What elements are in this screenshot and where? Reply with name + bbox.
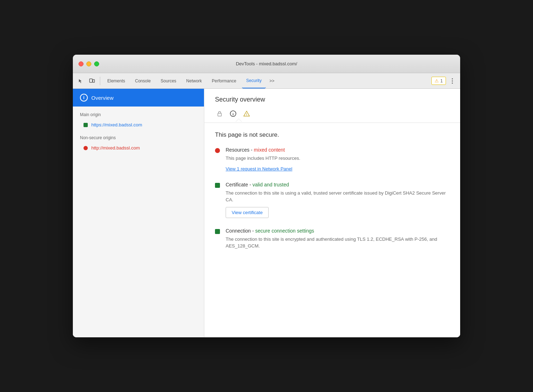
connection-content: Connection - secure connection settings … bbox=[226, 228, 449, 253]
view-network-panel-link[interactable]: View 1 request in Network Panel bbox=[226, 166, 292, 172]
connection-description: The connection to this site is encrypted… bbox=[226, 236, 449, 250]
certificate-title: Certificate - valid and trusted bbox=[226, 182, 449, 187]
lock-icon[interactable] bbox=[215, 109, 224, 118]
tab-sources[interactable]: Sources bbox=[156, 73, 181, 88]
more-tabs-button[interactable]: >> bbox=[267, 77, 276, 85]
certificate-content: Certificate - valid and trusted The conn… bbox=[226, 182, 449, 218]
toolbar: Elements Console Sources Network Perform… bbox=[73, 73, 460, 89]
connection-status-dot bbox=[215, 229, 220, 234]
svg-rect-0 bbox=[90, 79, 92, 82]
toolbar-divider-1 bbox=[100, 77, 100, 85]
sidebar-non-secure-origin[interactable]: http://mixed.badssl.com bbox=[73, 143, 204, 153]
resources-status-dot bbox=[215, 148, 220, 153]
overview-info-icon: i bbox=[80, 94, 88, 102]
resources-content: Resources - mixed content This page incl… bbox=[226, 147, 449, 172]
toolbar-right: ⚠ 1 bbox=[431, 76, 457, 86]
security-item-certificate: Certificate - valid and trusted The conn… bbox=[215, 182, 449, 218]
tab-performance[interactable]: Performance bbox=[208, 73, 241, 88]
non-secure-origin-link[interactable]: http://mixed.badssl.com bbox=[91, 145, 140, 151]
certificate-status: valid and trusted bbox=[252, 182, 289, 187]
info-circle-icon[interactable]: i bbox=[228, 109, 238, 118]
close-button[interactable] bbox=[79, 61, 84, 66]
security-item-connection: Connection - secure connection settings … bbox=[215, 228, 449, 253]
overview-label: Overview bbox=[91, 95, 114, 101]
resources-description: This page includes HTTP resources. bbox=[226, 155, 449, 162]
insecure-origin-dot bbox=[84, 146, 88, 150]
svg-text:i: i bbox=[233, 112, 234, 116]
sidebar-main-origin[interactable]: https://mixed.badssl.com bbox=[73, 120, 204, 130]
content-title: Security overview bbox=[215, 96, 449, 103]
non-secure-origins-label: Non-secure origins bbox=[73, 130, 204, 143]
device-toolbar-icon[interactable] bbox=[87, 76, 97, 86]
svg-rect-5 bbox=[218, 113, 221, 116]
connection-status: secure connection settings bbox=[255, 228, 314, 234]
resources-title: Resources - mixed content bbox=[226, 147, 449, 153]
tab-security[interactable]: Security bbox=[242, 73, 266, 88]
svg-point-3 bbox=[452, 80, 453, 81]
svg-text:!: ! bbox=[246, 113, 247, 116]
sidebar: i Overview Main origin https://mixed.bad… bbox=[73, 89, 204, 337]
certificate-status-dot bbox=[215, 183, 220, 188]
title-bar: DevTools - mixed.badssl.com/ bbox=[73, 55, 460, 73]
tab-elements[interactable]: Elements bbox=[103, 73, 129, 88]
traffic-lights bbox=[79, 61, 99, 66]
warning-count: 1 bbox=[440, 78, 443, 83]
window-title: DevTools - mixed.badssl.com/ bbox=[236, 61, 297, 66]
connection-title: Connection - secure connection settings bbox=[226, 228, 449, 234]
more-options-icon[interactable] bbox=[447, 76, 457, 86]
certificate-label: Certificate - bbox=[226, 182, 252, 187]
resources-status: mixed content bbox=[254, 147, 285, 153]
tab-console[interactable]: Console bbox=[131, 73, 155, 88]
maximize-button[interactable] bbox=[94, 61, 99, 66]
security-icons-row: i ! bbox=[215, 109, 449, 118]
main-layout: i Overview Main origin https://mixed.bad… bbox=[73, 89, 460, 337]
content-header: Security overview i bbox=[204, 89, 460, 123]
svg-point-2 bbox=[452, 78, 453, 79]
panel-indicator-arrow bbox=[236, 119, 242, 122]
minimize-button[interactable] bbox=[86, 61, 91, 66]
warning-badge[interactable]: ⚠ 1 bbox=[431, 77, 446, 85]
svg-rect-1 bbox=[93, 80, 95, 82]
connection-label: Connection - bbox=[226, 228, 255, 234]
tab-network[interactable]: Network bbox=[182, 73, 206, 88]
content-body: This page is not secure. Resources - mix… bbox=[204, 123, 460, 272]
view-certificate-button[interactable]: View certificate bbox=[226, 207, 269, 218]
main-origin-link[interactable]: https://mixed.badssl.com bbox=[91, 122, 142, 127]
cursor-tool-icon[interactable] bbox=[76, 76, 86, 86]
svg-point-4 bbox=[452, 82, 453, 83]
warning-triangle-icon[interactable]: ! bbox=[242, 109, 251, 118]
security-items: Resources - mixed content This page incl… bbox=[215, 147, 449, 253]
content-panel: Security overview i bbox=[204, 89, 460, 337]
security-item-resources: Resources - mixed content This page incl… bbox=[215, 147, 449, 172]
devtools-window: DevTools - mixed.badssl.com/ Elements Co… bbox=[73, 55, 460, 337]
certificate-description: The connection to this site is using a v… bbox=[226, 190, 449, 203]
main-origin-label: Main origin bbox=[73, 107, 204, 120]
resources-label: Resources - bbox=[226, 147, 254, 153]
page-status-title: This page is not secure. bbox=[215, 131, 449, 138]
sidebar-overview-item[interactable]: i Overview bbox=[73, 89, 204, 107]
warning-icon: ⚠ bbox=[435, 78, 439, 83]
secure-origin-dot bbox=[84, 123, 88, 127]
